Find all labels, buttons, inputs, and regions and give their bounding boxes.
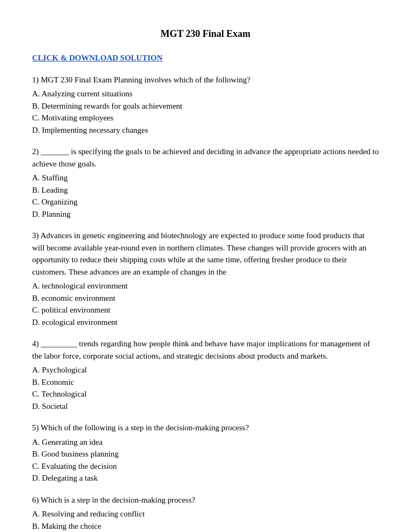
answer-option: B. Economic <box>32 376 379 389</box>
answer-option: B. Determining rewards for goals achieve… <box>32 100 379 112</box>
answer-option: D. Implementing necessary changes <box>32 124 379 136</box>
question-block-3: 3) Advances in genetic engineering and b… <box>32 230 379 328</box>
answer-option: A. Staffing <box>32 172 379 184</box>
answer-option: D. Planning <box>32 208 379 221</box>
question-text-6: 6) Which is a step in the decision-makin… <box>32 494 379 506</box>
question-text-4: 4) _________ trends regarding how people… <box>32 338 379 362</box>
answer-option: A. Psychological <box>32 364 379 376</box>
answer-option: D. Delegating a task <box>32 472 379 484</box>
answer-option: A. technological environment <box>32 280 379 292</box>
answer-option: C. political environment <box>32 304 379 316</box>
answer-option: B. Good business planning <box>32 448 379 460</box>
answer-option: A. Generating an idea <box>32 436 379 449</box>
page-title: MGT 230 Final Exam <box>32 27 379 41</box>
question-text-1: 1) MGT 230 Final Exam Planning involves … <box>32 74 379 86</box>
answer-option: B. Making the choice <box>32 520 379 533</box>
question-text-5: 5) Which of the following is a step in t… <box>32 422 379 434</box>
question-block-4: 4) _________ trends regarding how people… <box>32 338 379 412</box>
question-text-3: 3) Advances in genetic engineering and b… <box>32 230 379 278</box>
answer-option: B. economic environment <box>32 292 379 305</box>
download-link[interactable]: CLICK & DOWNLOAD SOLUTION <box>32 52 163 64</box>
answer-option: C. Technological <box>32 388 379 400</box>
answer-option: C. Motivating employees <box>32 112 379 124</box>
question-block-1: 1) MGT 230 Final Exam Planning involves … <box>32 74 379 136</box>
answer-option: A. Analyzing current situations <box>32 88 379 100</box>
answer-option: C. Organizing <box>32 196 379 208</box>
question-block-6: 6) Which is a step in the decision-makin… <box>32 494 379 533</box>
question-block-5: 5) Which of the following is a step in t… <box>32 422 379 484</box>
answer-option: C. Evaluating the decision <box>32 460 379 473</box>
answer-option: D. ecological environment <box>32 316 379 329</box>
answer-option: A. Resolving and reducing conflict <box>32 508 379 520</box>
question-block-2: 2) _______ is specifying the goals to be… <box>32 146 379 220</box>
answer-option: B. Leading <box>32 184 379 196</box>
answer-option: D. Societal <box>32 400 379 413</box>
question-text-2: 2) _______ is specifying the goals to be… <box>32 146 379 170</box>
questions-container: 1) MGT 230 Final Exam Planning involves … <box>32 74 379 533</box>
